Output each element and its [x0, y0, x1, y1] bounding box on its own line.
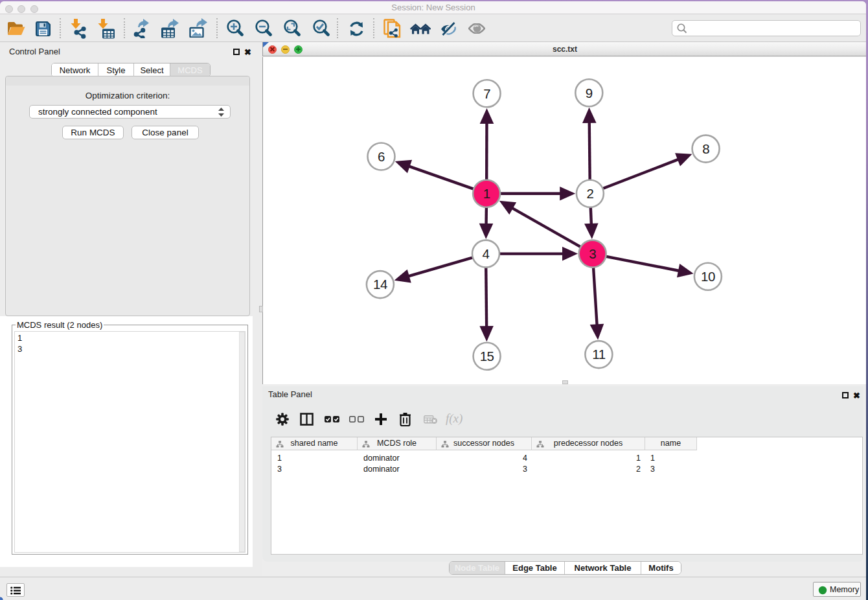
svg-text:9: 9 [586, 86, 593, 100]
svg-text:11: 11 [592, 347, 605, 362]
svg-text:4: 4 [483, 246, 490, 261]
svg-text:1: 1 [483, 186, 490, 201]
svg-text:14: 14 [373, 277, 387, 292]
svg-text:3: 3 [589, 246, 596, 261]
svg-text:6: 6 [378, 149, 385, 164]
svg-text:2: 2 [586, 186, 593, 201]
svg-text:7: 7 [483, 86, 490, 101]
svg-text:15: 15 [480, 349, 494, 363]
svg-text:10: 10 [701, 269, 715, 284]
svg-text:8: 8 [702, 141, 709, 156]
